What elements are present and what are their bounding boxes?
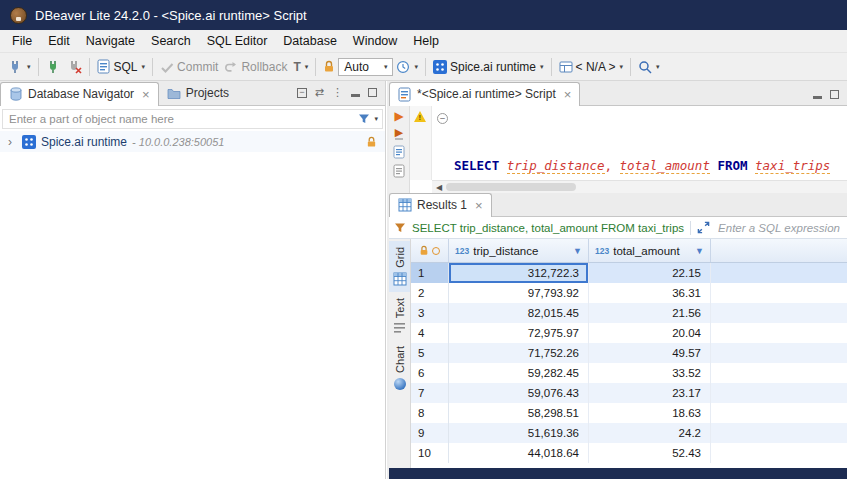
scroll-left-icon[interactable]: ◀ bbox=[432, 183, 446, 192]
table-row[interactable]: 10 44,018.64 52.43 bbox=[411, 443, 847, 463]
cell-trip-distance[interactable]: 59,282.45 bbox=[449, 363, 589, 383]
table-row[interactable]: 7 59,076.43 23.17 bbox=[411, 383, 847, 403]
new-connection-button[interactable]: ▾ bbox=[5, 57, 34, 76]
cell-total-amount[interactable]: 49.57 bbox=[589, 343, 711, 363]
maximize-panel-icon[interactable] bbox=[368, 88, 377, 97]
sql-editor-button[interactable]: SQL ▾ bbox=[94, 57, 149, 76]
tab-database-navigator[interactable]: Database Navigator × bbox=[0, 82, 159, 106]
cell-trip-distance[interactable]: 72,975.97 bbox=[449, 323, 589, 343]
cell-trip-distance[interactable]: 51,619.36 bbox=[449, 423, 589, 443]
explain-plan-button[interactable] bbox=[393, 145, 406, 159]
view-menu-icon[interactable]: ⋮ bbox=[332, 86, 343, 99]
cell-total-amount[interactable]: 33.52 bbox=[589, 363, 711, 383]
tab-chart[interactable]: Chart bbox=[389, 340, 410, 397]
cell-total-amount[interactable]: 36.31 bbox=[589, 283, 711, 303]
search-button[interactable]: ▾ bbox=[635, 58, 663, 76]
menu-window[interactable]: Window bbox=[345, 32, 405, 50]
cell-trip-distance[interactable]: 59,076.43 bbox=[449, 383, 589, 403]
expand-filter-icon[interactable] bbox=[697, 221, 710, 234]
table-row[interactable]: 6 59,282.45 33.52 bbox=[411, 363, 847, 383]
data-filter-icon[interactable] bbox=[394, 222, 406, 234]
row-number[interactable]: 9 bbox=[411, 423, 449, 443]
chevron-right-icon[interactable]: › bbox=[8, 135, 17, 149]
active-schema-selector[interactable]: < N/A > ▾ bbox=[556, 58, 627, 76]
table-row[interactable]: 4 72,975.97 20.04 bbox=[411, 323, 847, 343]
column-header-total-amount[interactable]: 123 total_amount ▼ bbox=[589, 239, 711, 262]
row-number[interactable]: 6 bbox=[411, 363, 449, 383]
row-number[interactable]: 7 bbox=[411, 383, 449, 403]
row-number[interactable]: 8 bbox=[411, 403, 449, 423]
navigator-filter-input[interactable] bbox=[7, 112, 355, 126]
row-number[interactable]: 1 bbox=[411, 263, 449, 283]
tab-text[interactable]: Text bbox=[389, 292, 410, 340]
sort-desc-icon[interactable]: ▼ bbox=[573, 246, 582, 256]
cell-total-amount[interactable]: 22.15 bbox=[589, 263, 711, 283]
auto-commit-select[interactable]: Auto ▾ bbox=[338, 58, 393, 76]
commit-button[interactable]: Commit bbox=[157, 58, 221, 76]
scrollbar-thumb[interactable] bbox=[446, 183, 576, 191]
cell-total-amount[interactable]: 18.63 bbox=[589, 403, 711, 423]
close-icon[interactable]: × bbox=[475, 199, 483, 212]
row-number[interactable]: 3 bbox=[411, 303, 449, 323]
rollback-button[interactable]: Rollback bbox=[221, 58, 290, 76]
menu-database[interactable]: Database bbox=[275, 32, 345, 50]
link-with-editor-icon[interactable]: ⇄ bbox=[315, 86, 324, 99]
close-icon[interactable]: × bbox=[564, 88, 572, 101]
column-header-trip-distance[interactable]: 123 trip_distance ▼ bbox=[449, 239, 589, 262]
script-output-button[interactable] bbox=[393, 164, 406, 178]
chevron-down-icon[interactable]: ▾ bbox=[374, 115, 378, 123]
row-number[interactable]: 10 bbox=[411, 443, 449, 463]
cell-trip-distance[interactable]: 58,298.51 bbox=[449, 403, 589, 423]
row-number[interactable]: 2 bbox=[411, 283, 449, 303]
tree-item-spiceai-runtime[interactable]: › Spice.ai runtime - 10.0.0.238:50051 bbox=[0, 131, 385, 152]
row-number[interactable]: 5 bbox=[411, 343, 449, 363]
table-row[interactable]: 1 312,722.3 22.15 bbox=[411, 263, 847, 283]
execute-script-button[interactable]: ▶ bbox=[395, 127, 403, 140]
menu-file[interactable]: File bbox=[4, 32, 40, 50]
cell-trip-distance[interactable]: 312,722.3 bbox=[449, 263, 589, 283]
minimize-panel-icon[interactable] bbox=[351, 94, 360, 97]
menu-search[interactable]: Search bbox=[143, 32, 199, 50]
sort-icon[interactable]: ▼ bbox=[695, 246, 704, 256]
grid-corner-cell[interactable] bbox=[411, 239, 449, 262]
cell-trip-distance[interactable]: 82,015.45 bbox=[449, 303, 589, 323]
connection-lock-button[interactable] bbox=[320, 58, 338, 75]
filter-expression-input[interactable] bbox=[716, 221, 842, 235]
menu-edit[interactable]: Edit bbox=[40, 32, 78, 50]
table-row[interactable]: 2 97,793.92 36.31 bbox=[411, 283, 847, 303]
close-icon[interactable]: × bbox=[142, 88, 150, 101]
table-row[interactable]: 5 71,752.26 49.57 bbox=[411, 343, 847, 363]
transaction-mode-button[interactable]: T ▾ bbox=[290, 58, 311, 76]
sql-code-area[interactable]: − SELECT trip_distance, total_amount FRO… bbox=[432, 106, 847, 180]
tab-sql-script[interactable]: *<Spice.ai runtime> Script × bbox=[389, 82, 580, 106]
cell-total-amount[interactable]: 23.17 bbox=[589, 383, 711, 403]
cell-trip-distance[interactable]: 97,793.92 bbox=[449, 283, 589, 303]
cell-total-amount[interactable]: 21.56 bbox=[589, 303, 711, 323]
filter-funnel-icon[interactable] bbox=[358, 113, 370, 125]
menu-help[interactable]: Help bbox=[405, 32, 447, 50]
minimize-panel-icon[interactable] bbox=[813, 96, 822, 99]
execute-statement-button[interactable]: ▶ bbox=[394, 110, 403, 122]
tab-grid[interactable]: Grid bbox=[389, 241, 410, 292]
fold-collapse-icon[interactable]: − bbox=[437, 113, 448, 124]
cell-total-amount[interactable]: 20.04 bbox=[589, 323, 711, 343]
menu-sql-editor[interactable]: SQL Editor bbox=[199, 32, 276, 50]
cell-trip-distance[interactable]: 71,752.26 bbox=[449, 343, 589, 363]
menu-navigate[interactable]: Navigate bbox=[78, 32, 143, 50]
tab-results-1[interactable]: Results 1 × bbox=[389, 193, 492, 217]
cell-total-amount[interactable]: 24.2 bbox=[589, 423, 711, 443]
table-row[interactable]: 8 58,298.51 18.63 bbox=[411, 403, 847, 423]
disconnect-button[interactable] bbox=[64, 57, 85, 76]
active-connection-selector[interactable]: Spice.ai runtime ▾ bbox=[430, 58, 547, 76]
tab-projects[interactable]: Projects bbox=[159, 81, 237, 105]
maximize-panel-icon[interactable] bbox=[830, 90, 839, 99]
cell-trip-distance[interactable]: 44,018.64 bbox=[449, 443, 589, 463]
table-row[interactable]: 9 51,619.36 24.2 bbox=[411, 423, 847, 443]
row-number[interactable]: 4 bbox=[411, 323, 449, 343]
transaction-history-button[interactable]: ▾ bbox=[393, 58, 421, 76]
connect-button[interactable] bbox=[43, 57, 64, 76]
table-row[interactable]: 3 82,015.45 21.56 bbox=[411, 303, 847, 323]
editor-horizontal-scrollbar[interactable]: ◀ bbox=[432, 180, 847, 193]
collapse-all-icon[interactable]: − bbox=[297, 88, 307, 98]
cell-total-amount[interactable]: 52.43 bbox=[589, 443, 711, 463]
